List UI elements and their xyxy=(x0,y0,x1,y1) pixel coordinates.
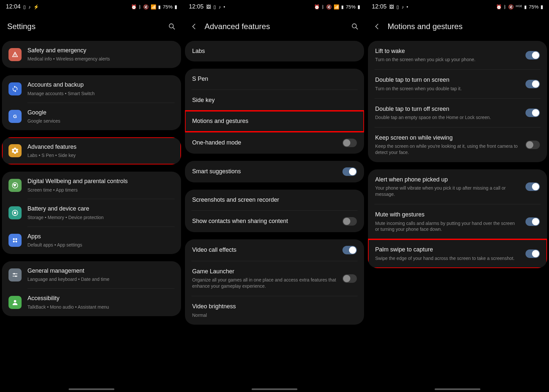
settings-group: Lift to wakeTurn on the screen when you … xyxy=(368,41,547,162)
bt-icon: ᛒ xyxy=(139,4,141,9)
settings-item[interactable]: Advanced featuresLabs • S Pen • Side key xyxy=(2,137,181,164)
item-subtitle: Keep the screen on while you're looking … xyxy=(375,143,520,156)
item-title: Lift to wake xyxy=(375,47,520,55)
settings-group: Labs xyxy=(185,41,364,61)
toggle-switch[interactable] xyxy=(342,246,357,254)
sync-icon xyxy=(8,82,22,95)
settings-group: Video call effectsGame LauncherOrganize … xyxy=(185,239,364,325)
settings-group: Alert when phone picked upYour phone wil… xyxy=(368,169,547,268)
status-time: 12:05 xyxy=(189,3,204,10)
google-icon: G xyxy=(8,110,22,123)
mute-icon: 🔇 xyxy=(326,4,332,9)
settings-item[interactable]: Side key xyxy=(185,90,364,111)
signal-icon: ▮ xyxy=(158,4,161,9)
settings-item[interactable]: Mute with gesturesMute incoming calls an… xyxy=(368,204,547,239)
settings-item[interactable]: Digital Wellbeing and parental controlsS… xyxy=(2,172,181,199)
nav-handle[interactable] xyxy=(252,388,297,390)
item-title: Video call effects xyxy=(192,246,337,254)
item-subtitle: Language and keyboard • Date and time xyxy=(27,276,175,282)
heart-icon xyxy=(8,179,22,192)
item-subtitle: Manage accounts • Smart Switch xyxy=(27,91,175,97)
settings-item[interactable]: Battery and device careStorage • Memory … xyxy=(2,199,181,226)
svg-point-9 xyxy=(13,273,15,275)
alert-icon xyxy=(8,48,22,61)
item-subtitle: TalkBack • Mono audio • Assistant menu xyxy=(27,304,175,310)
gear-icon xyxy=(8,144,22,157)
settings-item[interactable]: Video brightnessNormal xyxy=(185,296,364,325)
settings-group: Screenshots and screen recorderShow cont… xyxy=(185,190,364,232)
item-subtitle: Swipe the edge of your hand across the s… xyxy=(375,255,520,262)
item-title: Screenshots and screen recorder xyxy=(192,196,357,204)
page-title: Advanced features xyxy=(205,22,344,31)
item-title: Accounts and backup xyxy=(27,81,175,89)
settings-item[interactable]: GGoogleGoogle services xyxy=(2,103,181,130)
settings-item[interactable]: Video call effects xyxy=(185,239,364,261)
bt-icon: ᛒ xyxy=(504,4,506,9)
alarm-icon: ⏰ xyxy=(131,4,137,9)
battery-percent: 75% xyxy=(346,4,356,9)
item-subtitle: Organize all your games all in one place… xyxy=(192,277,337,289)
toggle-switch[interactable] xyxy=(525,249,540,258)
svg-point-6 xyxy=(15,238,17,240)
phone-screen: 12:04▯♪⚡⏰ᛒ🔇📶▮75%▮SettingsSafety and emer… xyxy=(0,0,183,392)
toggle-switch[interactable] xyxy=(525,141,540,149)
signal-icon: ▮ xyxy=(524,4,527,9)
item-title: Alert when phone picked up xyxy=(375,176,520,183)
toggle-switch[interactable] xyxy=(342,217,357,226)
settings-item[interactable]: Alert when phone picked upYour phone wil… xyxy=(368,169,547,204)
settings-item[interactable]: Keep screen on while viewingKeep the scr… xyxy=(368,128,547,162)
settings-item[interactable]: Smart suggestions xyxy=(185,161,364,182)
item-title: General management xyxy=(27,267,175,275)
toggle-switch[interactable] xyxy=(525,217,540,226)
settings-item[interactable]: AccessibilityTalkBack • Mono audio • Ass… xyxy=(2,289,181,316)
toggle-switch[interactable] xyxy=(525,182,540,191)
search-icon[interactable] xyxy=(168,23,176,30)
settings-item[interactable]: Palm swipe to captureSwipe the edge of y… xyxy=(368,239,547,268)
back-icon[interactable] xyxy=(373,23,381,30)
search-icon[interactable] xyxy=(351,23,359,30)
settings-item[interactable]: S Pen xyxy=(185,69,364,89)
toggle-switch[interactable] xyxy=(342,167,357,176)
item-subtitle: Google services xyxy=(27,118,175,124)
nav-handle[interactable] xyxy=(435,388,480,390)
settings-item[interactable]: Safety and emergencyMedical info • Wirel… xyxy=(2,41,181,68)
svg-point-11 xyxy=(14,300,16,302)
dot-icon: • xyxy=(407,4,408,9)
item-title: Google xyxy=(27,109,175,116)
toggle-switch[interactable] xyxy=(342,274,357,283)
settings-group: S PenSide keyMotions and gesturesOne-han… xyxy=(185,69,364,153)
settings-group: Safety and emergencyMedical info • Wirel… xyxy=(2,41,181,68)
settings-item[interactable]: Double tap to turn off screenDouble tap … xyxy=(368,99,547,127)
settings-item[interactable]: One-handed mode xyxy=(185,132,364,154)
settings-item[interactable]: Labs xyxy=(185,41,364,61)
item-title: S Pen xyxy=(192,75,357,83)
mute-icon: 🔇 xyxy=(143,4,149,9)
settings-item[interactable]: Accounts and backupManage accounts • Sma… xyxy=(2,75,181,102)
toggle-switch[interactable] xyxy=(525,51,540,60)
back-icon[interactable] xyxy=(190,23,198,30)
battery-icon: ▮ xyxy=(358,4,360,10)
battery-icon: ▮ xyxy=(175,4,177,10)
settings-item[interactable]: Lift to wakeTurn on the screen when you … xyxy=(368,41,547,69)
settings-item[interactable]: Screenshots and screen recorder xyxy=(185,190,364,210)
toggle-switch[interactable] xyxy=(342,139,357,147)
settings-item[interactable]: Game LauncherOrganize all your games all… xyxy=(185,261,364,296)
phone-screen: 12:05🖼▯♪•⏰ᛒ🔇📶▮75%▮Advanced featuresLabsS… xyxy=(183,0,366,392)
settings-item[interactable]: Show contacts when sharing content xyxy=(185,211,364,232)
settings-item[interactable]: Double tap to turn on screenTurn on the … xyxy=(368,70,547,98)
item-subtitle: Storage • Memory • Device protection xyxy=(27,214,175,221)
image-icon: 🖼 xyxy=(206,4,211,9)
nav-handle[interactable] xyxy=(69,388,114,390)
item-title: Mute with gestures xyxy=(375,211,520,218)
toggle-switch[interactable] xyxy=(525,80,540,88)
settings-item[interactable]: AppsDefault apps • App settings xyxy=(2,227,181,254)
settings-group: General managementLanguage and keyboard … xyxy=(2,261,181,316)
item-title: Double tap to turn off screen xyxy=(375,105,520,113)
image-icon: 🖼 xyxy=(389,4,394,9)
settings-item[interactable]: General managementLanguage and keyboard … xyxy=(2,261,181,288)
toggle-switch[interactable] xyxy=(525,109,540,117)
alarm-icon: ⏰ xyxy=(314,4,320,9)
screen-header: Motions and gestures xyxy=(366,12,549,41)
settings-item[interactable]: Motions and gestures xyxy=(185,111,364,131)
status-bar: 12:04▯♪⚡⏰ᛒ🔇📶▮75%▮ xyxy=(0,0,183,12)
